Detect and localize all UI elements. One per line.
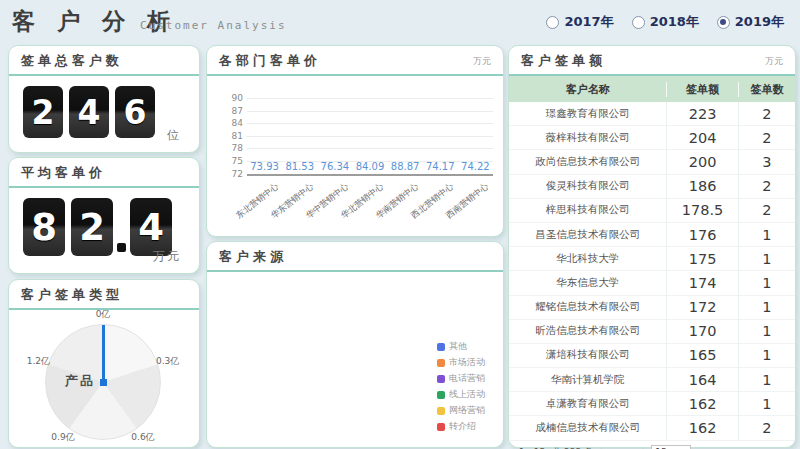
- legend-label: 网络营销: [449, 404, 485, 417]
- data-label: 84.09: [356, 161, 385, 172]
- legend-swatch-icon: [437, 423, 445, 431]
- year-option-label: 2017年: [564, 13, 613, 31]
- page-size-input[interactable]: [651, 445, 691, 449]
- panel-title-text: 各部门客单价: [219, 52, 321, 70]
- y-axis-tick: 75: [217, 156, 243, 166]
- radio-icon[interactable]: [546, 16, 559, 29]
- legend-swatch-icon: [437, 391, 445, 399]
- legend-item-其他[interactable]: 其他: [437, 340, 485, 353]
- gauge-tick-label: 0.9亿: [51, 431, 74, 444]
- gauge-hub-icon: [100, 379, 107, 386]
- sign-amount-cell: 164: [666, 368, 738, 391]
- gauge-center-label: 产品: [65, 372, 95, 390]
- radio-icon[interactable]: [632, 16, 645, 29]
- legend-item-线上活动[interactable]: 线上活动: [437, 388, 485, 401]
- sign-count-cell: 1: [738, 344, 795, 367]
- table-row: 昌圣信息技术有限公司1761: [509, 223, 795, 247]
- data-label: 81.53: [285, 161, 314, 172]
- panel-title-text: 客户签单类型: [21, 286, 123, 304]
- gauge-plot: 产品 0亿0.3亿0.6亿0.9亿1.2亿: [9, 310, 199, 449]
- y-axis-tick: 90: [217, 93, 243, 103]
- flip-digit: 8: [23, 198, 65, 256]
- customer-name-cell: 卓潇教育有限公司: [509, 392, 666, 415]
- customer-name-cell: 耀铭信息技术有限公司: [509, 296, 666, 319]
- customer-name-cell: 梓思科技有限公司: [509, 199, 666, 222]
- panel-title: 平均客单价: [9, 158, 199, 188]
- sign-count-cell: 2: [738, 126, 795, 149]
- sign-count-cell: 2: [738, 416, 795, 439]
- sign-amount-cell: 172: [666, 296, 738, 319]
- sign-amount-cell: 162: [666, 392, 738, 415]
- customer-name-cell: 昌圣信息技术有限公司: [509, 223, 666, 246]
- customer-name-cell: 成楠信息技术有限公司: [509, 416, 666, 439]
- sign-amount-cell: 175: [666, 247, 738, 270]
- legend-item-转介绍[interactable]: 转介绍: [437, 420, 485, 433]
- table-header: 客户名称签单额签单数: [509, 76, 795, 102]
- sign-count-cell: 1: [738, 223, 795, 246]
- y-axis-tick: 72: [217, 169, 243, 179]
- data-label: 76.34: [321, 161, 350, 172]
- decimal-point-icon: [117, 243, 126, 252]
- table-row: 华东信息大学1741: [509, 271, 795, 295]
- table-row: 璟鑫教育有限公司2232: [509, 102, 795, 126]
- customer-name-cell: 政尚信息技术有限公司: [509, 150, 666, 173]
- panel-title: 客户签单类型: [9, 280, 199, 310]
- table-row: 潇培科技有限公司1651: [509, 344, 795, 368]
- legend-swatch-icon: [437, 343, 445, 351]
- column-header-客户名称: 客户名称: [509, 82, 666, 97]
- panel-total-customers: 签单总客户数 246 位: [8, 45, 200, 153]
- table-body: 璟鑫教育有限公司2232薇梓科技有限公司2042政尚信息技术有限公司2003俊灵…: [509, 102, 795, 441]
- year-option-label: 2019年: [735, 13, 784, 31]
- table-row: 成楠信息技术有限公司1622: [509, 416, 795, 440]
- panel-title-text: 签单总客户数: [21, 52, 123, 70]
- gridline: [247, 148, 493, 149]
- sign-count-cell: 2: [738, 175, 795, 198]
- gridline: [247, 98, 493, 99]
- legend-item-网络营销[interactable]: 网络营销: [437, 404, 485, 417]
- panel-title: 客户来源: [207, 242, 503, 272]
- sign-amount-cell: 200: [666, 150, 738, 173]
- sign-amount-cell: 176: [666, 223, 738, 246]
- panel-avg-price: 平均客单价 824 万元: [8, 157, 200, 274]
- legend-item-市场活动[interactable]: 市场活动: [437, 356, 485, 369]
- sign-count-cell: 1: [738, 296, 795, 319]
- table-row: 昕浩信息技术有限公司1701: [509, 320, 795, 344]
- year-option-2018年[interactable]: 2018年: [632, 13, 699, 31]
- gridline: [247, 123, 493, 124]
- gridline: [247, 174, 493, 176]
- legend-swatch-icon: [437, 375, 445, 383]
- legend-swatch-icon: [437, 407, 445, 415]
- legend-swatch-icon: [437, 359, 445, 367]
- gauge-tick-label: 0.3亿: [156, 354, 179, 367]
- legend-label: 线上活动: [449, 388, 485, 401]
- panel-title-text: 平均客单价: [21, 164, 106, 182]
- sign-amount-cell: 223: [666, 102, 738, 125]
- y-axis-tick: 78: [217, 143, 243, 153]
- customer-name-cell: 昕浩信息技术有限公司: [509, 320, 666, 343]
- flip-digit: 6: [115, 86, 155, 138]
- column-header-签单数: 签单数: [738, 82, 795, 97]
- legend-item-电话营销[interactable]: 电话营销: [437, 372, 485, 385]
- legend-label: 转介绍: [449, 420, 476, 433]
- year-option-2017年[interactable]: 2017年: [546, 13, 613, 31]
- flip-counter-avg: 824: [9, 188, 199, 256]
- sign-count-cell: 1: [738, 320, 795, 343]
- panel-title-text: 客户签单额: [521, 52, 606, 70]
- pagination-total: 共 233 条: [552, 446, 593, 449]
- customer-name-cell: 薇梓科技有限公司: [509, 126, 666, 149]
- sign-amount-cell: 186: [666, 175, 738, 198]
- sign-amount-cell: 178.5: [666, 199, 738, 222]
- sign-amount-cell: 174: [666, 271, 738, 294]
- data-label: 88.87: [391, 161, 420, 172]
- customer-name-cell: 潇培科技有限公司: [509, 344, 666, 367]
- panel-dept-price: 各部门客单价 万元 9087848178757273.9381.5376.348…: [206, 45, 504, 237]
- radio-selected-icon[interactable]: [717, 16, 730, 29]
- sign-count-cell: 2: [738, 199, 795, 222]
- customer-name-cell: 璟鑫教育有限公司: [509, 102, 666, 125]
- panel-title: 各部门客单价 万元: [207, 46, 503, 76]
- panel-title-text: 客户来源: [219, 248, 287, 266]
- y-axis-tick: 81: [217, 131, 243, 141]
- sign-amount-cell: 165: [666, 344, 738, 367]
- year-option-2019年[interactable]: 2019年: [717, 13, 784, 31]
- sign-count-cell: 3: [738, 150, 795, 173]
